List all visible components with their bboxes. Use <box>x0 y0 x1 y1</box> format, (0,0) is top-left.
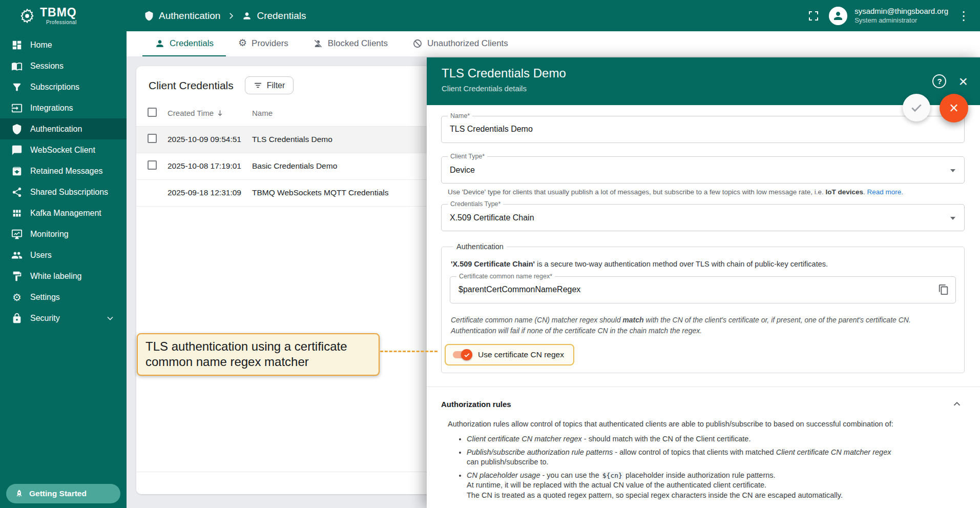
user-info: sysadmin@thingsboard.org System administ… <box>854 7 948 24</box>
sidebar-item-label: Monitoring <box>30 230 69 239</box>
tab-providers[interactable]: ⚙ Providers <box>226 31 301 56</box>
sidebar-item-retained-messages[interactable]: Retained Messages <box>0 160 127 181</box>
bullet-line3: The CN is treated as a quoted regex patt… <box>467 491 843 499</box>
body-row: Home Sessions Subscriptions Integrations… <box>0 31 980 508</box>
sidebar-item-websocket-client[interactable]: WebSocket Client <box>0 139 127 160</box>
drawer-title: TLS Credentials Demo <box>442 66 968 80</box>
content-area: Client Credentials Filter <box>127 56 980 508</box>
bullet-line2: can publish/subscribe to. <box>467 458 549 466</box>
page-title: Client Credentials <box>149 79 234 92</box>
topbar-actions: sysadmin@thingsboard.org System administ… <box>805 7 980 25</box>
column-header-created-time: Created Time <box>168 109 214 117</box>
app-root: TBMQ Professional Authentication Credent… <box>0 0 980 508</box>
bullet-line2: At runtime, it will be replaced with the… <box>467 481 766 489</box>
sidebar-item-sessions[interactable]: Sessions <box>0 55 127 76</box>
people-icon <box>11 250 23 261</box>
getting-started-button[interactable]: Getting Started <box>6 484 120 503</box>
close-drawer-button[interactable]: × <box>958 75 968 88</box>
logo-subtitle: Professional <box>46 20 77 25</box>
fullscreen-icon <box>807 10 820 22</box>
sidebar-item-security[interactable]: Security <box>0 308 127 329</box>
drawer-header: TLS Credentials Demo Client Credentials … <box>427 57 980 105</box>
sidebar-item-monitoring[interactable]: Monitoring <box>0 223 127 245</box>
monitor-icon <box>11 229 23 240</box>
more-menu-button[interactable]: ⋮ <box>955 8 972 24</box>
sidebar-item-authentication[interactable]: Authentication <box>0 118 127 139</box>
credentials-type-select[interactable]: Credentials Type* X.509 Certificate Chai… <box>441 204 965 231</box>
sidebar-item-settings[interactable]: ⚙ Settings <box>0 287 127 308</box>
details-drawer: TLS Credentials Demo Client Credentials … <box>427 57 980 508</box>
cell-created-time: 2025-09-18 12:31:09 <box>168 179 252 206</box>
authentication-description: 'X.509 Certificate Chain' is a secure tw… <box>451 260 956 268</box>
bullet-em: Client certificate CN matcher regex <box>467 435 582 443</box>
filter-icon <box>254 81 262 90</box>
tab-label: Providers <box>252 38 288 49</box>
user-role: System administrator <box>854 17 948 25</box>
home-icon <box>11 39 23 51</box>
sidebar-item-kafka-management[interactable]: Kafka Management <box>0 202 127 223</box>
authentication-legend: Authentication <box>453 242 507 251</box>
gear-icon: ⚙ <box>238 38 247 49</box>
row-checkbox[interactable] <box>148 134 157 143</box>
hint1-post: with the CN of the client's certificate … <box>644 316 911 324</box>
tab-bar: Credentials ⚙ Providers Blocked Clients … <box>127 31 980 56</box>
authorization-intro: Authorization rules allow control of top… <box>448 420 965 428</box>
sidebar-item-white-labeling[interactable]: White labeling <box>0 266 127 287</box>
book-icon <box>11 60 23 72</box>
tab-unauthorized-clients[interactable]: Unauthorized Clients <box>400 31 520 56</box>
help-button[interactable]: ? <box>932 74 946 88</box>
row-checkbox[interactable] <box>148 160 157 170</box>
breadcrumb-page-label: Credentials <box>257 10 306 22</box>
cancel-fab-button[interactable]: × <box>940 94 968 123</box>
dropdown-arrow-icon[interactable] <box>950 169 955 172</box>
cn-regex-label: Certificate common name regex* <box>456 273 555 280</box>
sidebar-item-home[interactable]: Home <box>0 34 127 55</box>
logo-title: TBMQ <box>40 7 77 18</box>
fullscreen-button[interactable] <box>805 8 822 24</box>
sidebar-item-shared-subscriptions[interactable]: Shared Subscriptions <box>0 181 127 202</box>
read-more-link[interactable]: Read more. <box>867 188 904 196</box>
avatar[interactable] <box>829 7 847 25</box>
select-all-checkbox[interactable] <box>148 108 157 117</box>
authorization-rules-header[interactable]: Authorization rules <box>441 398 965 410</box>
grid-icon <box>11 208 23 219</box>
bullet-rest: placeholder inside authorization rule pa… <box>623 471 776 479</box>
use-cn-regex-toggle[interactable] <box>452 349 472 360</box>
annotation-callout: TLS authentication using a certificate c… <box>137 333 380 376</box>
sidebar-item-integrations[interactable]: Integrations <box>0 97 127 118</box>
breadcrumb-credentials[interactable]: Credentials <box>242 10 306 22</box>
bullet-mid: - allow control of topics that clients w… <box>613 448 776 456</box>
sidebar-item-label: Kafka Management <box>30 209 101 218</box>
desc-bold: 'X.509 Certificate Chain' <box>451 260 535 268</box>
bullet-rest: - should match with the CN of the Client… <box>582 435 751 443</box>
sidebar-item-users[interactable]: Users <box>0 245 127 266</box>
client-type-value: Device <box>442 157 964 175</box>
sidebar-item-subscriptions[interactable]: Subscriptions <box>0 76 127 97</box>
save-fab-button[interactable] <box>903 94 930 121</box>
logo[interactable]: TBMQ Professional <box>0 7 127 25</box>
chevron-up-icon[interactable] <box>951 398 963 410</box>
sidebar-item-label: Subscriptions <box>30 83 79 92</box>
sort-created-time[interactable]: Created Time <box>168 109 224 117</box>
credentials-type-label: Credentials Type* <box>448 200 503 208</box>
dropdown-arrow-icon[interactable] <box>950 217 955 220</box>
use-cn-regex-toggle-highlight: Use certificate CN regex <box>445 344 574 365</box>
breadcrumb-authentication[interactable]: Authentication <box>144 10 220 22</box>
user-email: sysadmin@thingsboard.org <box>854 7 948 15</box>
name-field-label: Name* <box>448 112 472 119</box>
tab-blocked-clients[interactable]: Blocked Clients <box>301 31 400 56</box>
client-type-select[interactable]: Client Type* Device <box>441 156 965 184</box>
sidebar-item-label: Integrations <box>30 104 73 113</box>
tab-credentials[interactable]: Credentials <box>142 31 226 56</box>
sidebar-item-label: Retained Messages <box>30 167 102 176</box>
filter-button[interactable]: Filter <box>245 76 294 94</box>
chevron-down-icon <box>105 313 115 323</box>
authorization-bullets: Client certificate CN matcher regex - sh… <box>458 434 965 500</box>
name-input[interactable] <box>442 116 936 134</box>
cn-regex-hint: Certificate common name (CN) matcher reg… <box>451 315 955 336</box>
gear-icon: ⚙ <box>11 292 23 302</box>
rocket-icon <box>14 489 24 499</box>
toggle-label: Use certificate CN regex <box>478 350 564 359</box>
bullet-mid: - you can use the <box>540 471 601 479</box>
copy-button[interactable] <box>938 284 949 295</box>
